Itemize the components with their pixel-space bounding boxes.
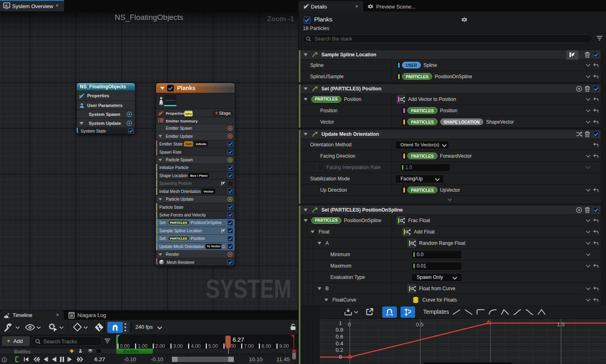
svg-text:1.00: 1.00 (138, 343, 148, 349)
svg-text:0.6: 0.6 (336, 334, 343, 340)
svg-text:4.00: 4.00 (191, 343, 201, 349)
svg-text:8.00: 8.00 (261, 343, 271, 349)
svg-text:9.00: 9.00 (279, 343, 289, 349)
svg-text:0.4: 0.4 (336, 340, 343, 347)
svg-text:2.00: 2.00 (155, 343, 165, 349)
svg-text:5.00: 5.00 (208, 343, 218, 349)
svg-text:7.00: 7.00 (244, 343, 254, 349)
svg-text:6.27: 6.27 (233, 336, 244, 343)
svg-text:0.00: 0.00 (120, 343, 130, 349)
svg-text:0: 0 (348, 321, 351, 328)
svg-text:1: 1 (339, 320, 342, 326)
svg-text:0.8: 0.8 (336, 327, 343, 333)
svg-text:1.5: 1.5 (557, 321, 565, 328)
svg-text:3.00: 3.00 (173, 343, 183, 349)
svg-text:0: 0 (339, 354, 342, 360)
svg-text:0.2: 0.2 (336, 347, 343, 353)
svg-text:0.5: 0.5 (416, 321, 424, 328)
